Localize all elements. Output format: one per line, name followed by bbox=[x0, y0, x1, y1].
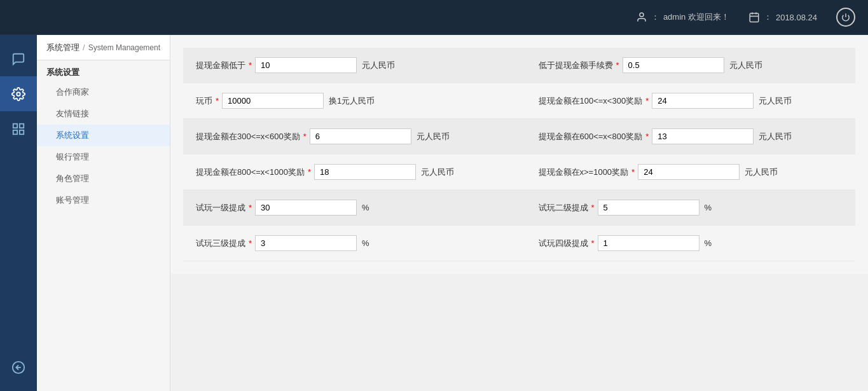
sidebar-icon-settings[interactable] bbox=[0, 76, 37, 111]
form-group-right: 提现金额在100<=x<300奖励 * 元人民币 bbox=[539, 93, 843, 109]
form-label-right: 提现金额在600<=x<800奖励 bbox=[539, 131, 643, 142]
required-star-right: * bbox=[645, 132, 649, 141]
svg-rect-7 bbox=[13, 123, 17, 127]
form-unit-left: % bbox=[362, 203, 369, 212]
form-unit-right: % bbox=[705, 203, 712, 212]
sidebar-item-bank[interactable]: 银行管理 bbox=[37, 146, 170, 168]
form-input-left[interactable] bbox=[314, 164, 416, 180]
required-star-left: * bbox=[216, 96, 219, 106]
form-group-right: 提现金额在600<=x<800奖励 * 元人民币 bbox=[539, 128, 843, 144]
breadcrumb-sub: System Management bbox=[88, 43, 160, 52]
form-input-left[interactable] bbox=[255, 200, 357, 216]
sidebar-item-merchant[interactable]: 合作商家 bbox=[37, 81, 170, 103]
form-row: 试玩一级提成 * % 试玩二级提成 * % bbox=[183, 190, 855, 226]
form-group-left: 试玩三级提成 * % bbox=[196, 235, 500, 251]
required-star-left: * bbox=[249, 238, 252, 248]
form-group-left: 提现金额在800<=x<1000奖励 * 元人民币 bbox=[196, 164, 500, 180]
form-row: 试玩三级提成 * % 试玩四级提成 * % bbox=[183, 226, 855, 261]
required-star-left: * bbox=[249, 203, 252, 212]
svg-rect-1 bbox=[750, 13, 759, 22]
required-star-right: * bbox=[631, 167, 635, 177]
form-input-left[interactable] bbox=[255, 235, 357, 251]
sidebar-icon-grid[interactable] bbox=[0, 111, 37, 146]
svg-rect-10 bbox=[20, 130, 24, 134]
form-input-left[interactable] bbox=[255, 57, 357, 73]
power-button[interactable] bbox=[836, 8, 855, 27]
form-label-right: 低于提现金额手续费 bbox=[539, 60, 613, 71]
form-group-left: 玩币 * 换1元人民币 bbox=[196, 93, 500, 109]
nav-group-title[interactable]: 系统设置 bbox=[37, 60, 170, 81]
form-input-right[interactable] bbox=[598, 235, 699, 251]
main-container: 系统管理 / System Management 系统设置 合作商家 友情链接 … bbox=[0, 35, 868, 391]
form-unit-left: 元人民币 bbox=[362, 60, 395, 71]
date-text: 2018.08.24 bbox=[776, 13, 817, 22]
form-group-right: 试玩四级提成 * % bbox=[539, 235, 843, 251]
colon-user: ： bbox=[651, 11, 659, 23]
form-label-right: 试玩四级提成 bbox=[539, 238, 588, 249]
form-unit-left: 元人民币 bbox=[421, 167, 454, 178]
form-group-left: 提现金额在300<=x<600奖励 * 元人民币 bbox=[196, 128, 500, 144]
form-label-left: 试玩三级提成 bbox=[196, 238, 245, 249]
nav-sidebar: 系统管理 / System Management 系统设置 合作商家 友情链接 … bbox=[37, 35, 170, 391]
breadcrumb: 系统管理 / System Management bbox=[37, 35, 170, 60]
breadcrumb-separator: / bbox=[83, 43, 85, 52]
sidebar-item-links[interactable]: 友情链接 bbox=[37, 103, 170, 125]
sidebar-icon-chat[interactable] bbox=[0, 41, 37, 76]
required-star-right: * bbox=[591, 203, 595, 212]
form-label-right: 提现金额在100<=x<300奖励 bbox=[539, 95, 643, 107]
form-unit-left: 元人民币 bbox=[417, 131, 450, 142]
form-input-right[interactable] bbox=[638, 164, 740, 180]
form-group-right: 提现金额在x>=1000奖励 * 元人民币 bbox=[539, 164, 843, 180]
content-area: 提现金额低于 * 元人民币 低于提现金额手续费 * 元人民币 玩币 * 换1元人… bbox=[170, 35, 868, 391]
user-icon bbox=[636, 11, 647, 23]
sidebar-item-system-settings[interactable]: 系统设置 bbox=[37, 125, 170, 146]
form-row: 玩币 * 换1元人民币 提现金额在100<=x<300奖励 * 元人民币 bbox=[183, 83, 855, 119]
date-section: ： 2018.08.24 bbox=[748, 11, 817, 23]
svg-rect-9 bbox=[13, 130, 17, 134]
form-unit-right: 元人民币 bbox=[729, 60, 762, 71]
required-star-right: * bbox=[616, 60, 619, 70]
sidebar-icon-back[interactable] bbox=[0, 350, 37, 385]
form-unit-right: 元人民币 bbox=[759, 131, 792, 142]
form-label-right: 提现金额在x>=1000奖励 bbox=[539, 167, 629, 178]
form-input-right[interactable] bbox=[598, 200, 699, 216]
form-input-right[interactable] bbox=[652, 128, 754, 144]
power-icon bbox=[841, 13, 850, 22]
form-label-left: 提现金额在300<=x<600奖励 bbox=[196, 131, 300, 142]
form-group-right: 试玩二级提成 * % bbox=[539, 200, 843, 216]
grid-icon bbox=[11, 122, 25, 136]
form-label-left: 玩币 bbox=[196, 95, 212, 107]
required-star-right: * bbox=[645, 96, 649, 106]
svg-point-0 bbox=[640, 13, 644, 17]
form-row: 提现金额在300<=x<600奖励 * 元人民币 提现金额在600<=x<800… bbox=[183, 119, 855, 154]
form-group-left: 试玩一级提成 * % bbox=[196, 200, 500, 216]
form-unit-left: 换1元人民币 bbox=[329, 95, 375, 107]
calendar-icon bbox=[748, 11, 760, 23]
required-star-left: * bbox=[308, 167, 311, 177]
form-input-left[interactable] bbox=[310, 128, 411, 144]
required-star-left: * bbox=[303, 132, 307, 141]
required-star-right: * bbox=[591, 238, 595, 248]
form-unit-left: % bbox=[362, 238, 369, 248]
colon-date: ： bbox=[764, 11, 772, 23]
form-label-right: 试玩二级提成 bbox=[539, 202, 588, 214]
form-input-right[interactable] bbox=[623, 57, 724, 73]
form-input-left[interactable] bbox=[222, 93, 324, 109]
required-star-left: * bbox=[249, 60, 252, 70]
form-label-left: 试玩一级提成 bbox=[196, 202, 245, 214]
user-section: ： admin 欢迎回来！ bbox=[636, 11, 729, 23]
header-info: ： admin 欢迎回来！ ： 2018.08.24 bbox=[636, 8, 855, 27]
user-text: admin 欢迎回来！ bbox=[663, 11, 729, 23]
form-label-left: 提现金额低于 bbox=[196, 60, 245, 71]
sidebar-icons bbox=[0, 35, 37, 391]
svg-rect-8 bbox=[20, 123, 24, 127]
sidebar-item-roles[interactable]: 角色管理 bbox=[37, 168, 170, 189]
form-unit-right: 元人民币 bbox=[759, 95, 792, 107]
back-icon bbox=[11, 360, 25, 374]
form-label-left: 提现金额在800<=x<1000奖励 bbox=[196, 167, 305, 178]
form-unit-right: 元人民币 bbox=[745, 167, 778, 178]
chat-icon bbox=[11, 52, 25, 66]
form-group-right: 低于提现金额手续费 * 元人民币 bbox=[539, 57, 843, 73]
sidebar-item-accounts[interactable]: 账号管理 bbox=[37, 189, 170, 211]
form-input-right[interactable] bbox=[652, 93, 754, 109]
